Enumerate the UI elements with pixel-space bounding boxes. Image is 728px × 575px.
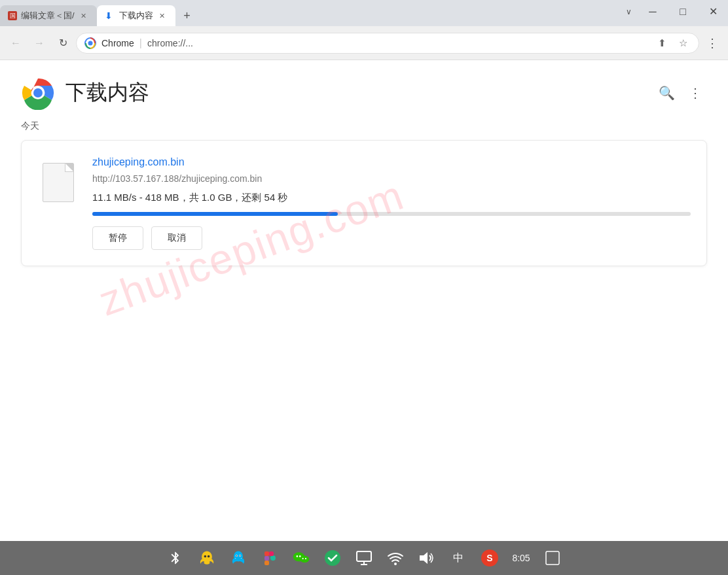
svg-rect-15 xyxy=(264,556,269,561)
search-button[interactable]: 🔍 xyxy=(655,81,678,105)
new-tab-button[interactable]: + xyxy=(178,7,196,25)
svg-rect-14 xyxy=(264,551,269,556)
svg-point-24 xyxy=(305,558,306,559)
svg-rect-31 xyxy=(546,551,559,565)
section-label-today: 今天 xyxy=(21,120,707,132)
taskbar-ime-icon[interactable]: 中 xyxy=(446,546,470,570)
downloads-header: 下载内容 🔍 ⋮ xyxy=(0,60,728,120)
taskbar-qq2-icon[interactable] xyxy=(227,546,250,570)
download-filename[interactable]: zhujiceping.com.bin xyxy=(92,156,691,168)
download-actions: 暂停 取消 xyxy=(92,226,691,250)
taskbar-volume-icon[interactable] xyxy=(415,546,439,570)
tab-overflow-button[interactable]: ∨ xyxy=(621,3,636,21)
nav-bar: ← → ↻ Chrome | chrome://... ⬆ ☆ ⋮ xyxy=(0,26,728,60)
download-status: 11.1 MB/s - 418 MB，共 1.0 GB，还剩 54 秒 xyxy=(92,192,691,204)
tab-strip: 国 编辑文章＜国/ ✕ ⬇ 下载内容 ✕ + xyxy=(0,0,728,26)
taskbar-monitor-icon[interactable] xyxy=(352,546,376,570)
svg-point-7 xyxy=(208,555,210,558)
file-icon xyxy=(43,163,74,202)
address-separator: | xyxy=(139,37,142,49)
svg-point-21 xyxy=(297,555,299,557)
time-display: 8:05 xyxy=(512,553,530,563)
search-icon: 🔍 xyxy=(659,85,675,101)
address-favicon xyxy=(84,37,96,49)
cancel-button[interactable]: 取消 xyxy=(151,226,202,250)
taskbar-bluetooth-icon[interactable] xyxy=(164,546,187,570)
svg-marker-28 xyxy=(420,552,428,564)
header-actions: 🔍 ⋮ xyxy=(655,81,707,105)
download-url: http://103.57.167.188/zhujiceping.com.bi… xyxy=(92,173,691,184)
download-item: zhujiceping.com.bin http://103.57.167.18… xyxy=(21,140,707,266)
window-controls: ─ □ ✕ xyxy=(638,0,728,23)
taskbar-time: 8:05 xyxy=(509,546,533,570)
svg-point-3 xyxy=(33,88,43,97)
share-button[interactable]: ⬆ xyxy=(654,35,670,51)
svg-text:S: S xyxy=(486,553,492,563)
chrome-logo xyxy=(21,76,55,110)
tab-1[interactable]: 国 编辑文章＜国/ ✕ xyxy=(0,5,97,26)
tab-1-favicon: 国 xyxy=(8,11,17,20)
title-bar: 国 编辑文章＜国/ ✕ ⬇ 下载内容 ✕ + ∨ ─ □ ✕ xyxy=(0,0,728,26)
tab-1-title: 编辑文章＜国/ xyxy=(21,10,75,22)
bookmark-button[interactable]: ☆ xyxy=(675,35,691,51)
address-url: chrome://... xyxy=(147,38,649,48)
file-icon-container xyxy=(37,156,79,209)
tab-2[interactable]: ⬇ 下载内容 ✕ xyxy=(97,5,175,26)
forward-button[interactable]: → xyxy=(29,33,50,54)
taskbar-notification-button[interactable] xyxy=(541,546,564,570)
close-button[interactable]: ✕ xyxy=(698,0,728,23)
minimize-button[interactable]: ─ xyxy=(638,0,668,23)
maximize-button[interactable]: □ xyxy=(668,0,698,23)
svg-point-1 xyxy=(88,41,93,45)
svg-point-13 xyxy=(240,555,241,557)
taskbar-check-icon[interactable] xyxy=(321,546,344,570)
taskbar-wechat-icon[interactable] xyxy=(289,546,313,570)
page-content: zhujiceping.com 下载内容 🔍 ⋮ xyxy=(0,60,728,541)
back-button[interactable]: ← xyxy=(5,33,26,54)
browser-menu-button[interactable]: ⋮ xyxy=(702,33,723,54)
tab-2-favicon: ⬇ xyxy=(105,10,115,21)
downloads-menu-button[interactable]: ⋮ xyxy=(683,81,707,105)
tab-1-close[interactable]: ✕ xyxy=(79,10,89,21)
forward-icon: → xyxy=(34,37,45,49)
svg-point-20 xyxy=(300,556,309,563)
address-actions: ⬆ ☆ xyxy=(654,35,691,51)
svg-point-12 xyxy=(236,555,238,557)
svg-point-27 xyxy=(394,563,397,565)
taskbar-wifi-icon[interactable] xyxy=(384,546,407,570)
address-site-name: Chrome xyxy=(101,38,134,48)
back-icon: ← xyxy=(10,37,21,49)
svg-point-23 xyxy=(302,558,304,559)
browser-menu-icon: ⋮ xyxy=(706,36,718,50)
svg-point-22 xyxy=(299,555,301,557)
svg-point-25 xyxy=(325,550,340,566)
svg-rect-18 xyxy=(269,551,274,556)
reload-icon: ↻ xyxy=(59,37,67,49)
download-info: zhujiceping.com.bin http://103.57.167.18… xyxy=(92,156,691,250)
taskbar-sougou-icon[interactable]: S xyxy=(478,546,501,570)
page-title: 下载内容 xyxy=(65,78,149,107)
svg-rect-26 xyxy=(357,551,371,561)
taskbar: 中 S 8:05 xyxy=(0,541,728,575)
svg-point-6 xyxy=(204,555,207,558)
svg-point-17 xyxy=(270,555,276,561)
taskbar-qq1-icon[interactable] xyxy=(195,546,219,570)
downloads-list: 今天 zhujiceping.com.bin http://103.57.167… xyxy=(0,120,728,541)
pause-button[interactable]: 暂停 xyxy=(92,226,143,250)
svg-rect-16 xyxy=(264,561,269,565)
address-bar[interactable]: Chrome | chrome://... ⬆ ☆ xyxy=(76,33,699,54)
taskbar-figma-icon[interactable] xyxy=(258,546,282,570)
reload-button[interactable]: ↻ xyxy=(52,33,73,54)
progress-bar xyxy=(92,212,691,216)
more-vert-icon: ⋮ xyxy=(689,85,702,101)
tab-2-title: 下载内容 xyxy=(119,10,153,22)
taskbar-wrapper: 中 S 8:05 xyxy=(0,541,728,575)
progress-bar-fill xyxy=(92,212,338,216)
tab-2-close[interactable]: ✕ xyxy=(157,10,168,21)
